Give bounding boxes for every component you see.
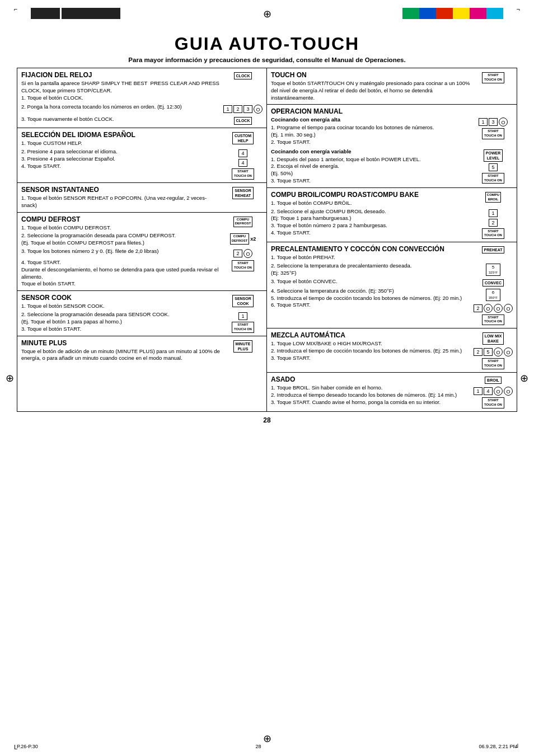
color-yellow — [453, 8, 470, 19]
compu-defrost-button-1: COMPUDEFROST — [233, 217, 253, 228]
low-mix-bake-button: LOW MIXBAKE — [483, 332, 504, 345]
energia-variable-icons: POWERLEVEL 5 STARTTOUCH ON — [474, 148, 513, 185]
round-o-manual: O — [499, 118, 508, 126]
round-o-asado1: O — [494, 387, 503, 396]
start-btn-variable: STARTTOUCH ON — [482, 173, 504, 184]
section-precalentamiento: PRECALENTAMIENTO Y COCCÓN CON CONVECCIÓN… — [267, 242, 517, 328]
num-1-asado: 1 — [474, 387, 483, 395]
fijacion-step2: 2. Ponga la hora correcta tocando los nú… — [21, 104, 263, 114]
fijacion-step2-text: 2. Ponga la hora correcta tocando los nú… — [21, 104, 221, 111]
footer: P.26-P.30 28 06.9.28, 2:21 PM — [17, 744, 517, 749]
x2-label: x2 — [250, 236, 256, 242]
seleccion-icons-2: 4 4 STARTTOUCH ON — [223, 148, 263, 180]
minute-plus-text: Toque el botón de adición de un minuto (… — [21, 348, 221, 363]
reg-mark-right: ⊕ — [520, 372, 528, 384]
compu-broil-heading: COMPU BROIL/COMPU ROAST/COMPU BAKE — [271, 191, 471, 199]
precalentamiento-icons-3: CONVEC — [474, 278, 513, 287]
color-blue — [419, 8, 436, 19]
section-mezcla: MEZCLA AUTOMÁTICA 1. Toque LOW MIX/BAKE … — [267, 328, 517, 373]
round-o-convec1: O — [484, 304, 493, 313]
start-btn-asado: STARTTOUCH ON — [482, 397, 504, 408]
sensor-instantaneo-text: 1. Toque el botón SENSOR REHEAT o POPCOR… — [21, 195, 221, 209]
compu-defrost-text3: 3. Toque los botones número 2 y 0. (Ej. … — [21, 248, 221, 255]
fijacion-icons: CLOCK — [223, 71, 263, 101]
start-touch-on-button: STARTTOUCH ON — [482, 72, 504, 83]
footer-left: P.26-P.30 — [17, 744, 38, 749]
num-4b: 4 — [238, 159, 247, 167]
compu-defrost-text2: 2. Seleccione la programación deseada pa… — [21, 232, 221, 247]
num-3: 3 — [243, 105, 252, 113]
compu-defrost-step4: 4. Toque START. Durante el descongelamie… — [21, 259, 263, 288]
reg-mark-bottom: ⊕ — [263, 732, 271, 745]
compu-defrost-icons-3: 2 O — [223, 248, 263, 258]
precalentamiento-step4: 4. Seleccione la temperatura de cocción.… — [271, 288, 513, 326]
num-1: 1 — [223, 105, 232, 113]
num-2-defrost: 2 — [233, 250, 242, 257]
fijacion-step2-icons: 1 2 3 O — [223, 104, 263, 114]
start-btn-defrost: STARTTOUCH ON — [232, 260, 254, 271]
precalentamiento-heading: PRECALENTAMIENTO Y COCCÓN CON CONVECCIÓN — [271, 245, 471, 253]
compu-defrost-heading: COMPU DEFROST — [21, 215, 221, 223]
minute-plus-icons: MINUTEPLUS — [223, 339, 263, 363]
minute-plus-button: MINUTEPLUS — [233, 340, 253, 353]
preheat-button: PREHEAT — [482, 246, 505, 253]
round-o-mezcla2: O — [504, 348, 513, 356]
color-green — [402, 8, 419, 19]
asado-icons: BROIL 1 4 O O STARTTOUCH ON — [474, 375, 513, 408]
section-minute-plus: MINUTE PLUS Toque el botón de adición de… — [17, 336, 266, 365]
main-content-border: FIJACION DEL RELOJ Si en la pantalla apa… — [17, 68, 517, 412]
left-column: FIJACION DEL RELOJ Si en la pantalla apa… — [17, 68, 267, 411]
compu-broil-icons-2: 1 2 STARTTOUCH ON — [474, 208, 513, 240]
section-operacion-manual: OPERACION MANUAL Cocinando con energía a… — [267, 105, 517, 187]
footer-center: 28 — [256, 744, 261, 749]
operacion-manual-heading: OPERACION MANUAL — [271, 107, 513, 115]
precalentamiento-text3: 3. Toque el botón CONVEC. — [271, 278, 471, 285]
convec-button: CONVEC — [483, 279, 504, 287]
section-compu-defrost: COMPU DEFROST 1. Toque el botón COMPU DE… — [17, 213, 266, 292]
page-number: 28 — [17, 416, 517, 424]
asado-text: 1. Toque BROIL. Sin haber comide en el h… — [271, 384, 471, 406]
start-btn-sensor-cook: STARTTOUCH ON — [232, 322, 254, 333]
precalentamiento-step3: 3. Toque el botón CONVEC. CONVEC — [271, 278, 513, 287]
num-1-sensor-cook: 1 — [238, 312, 247, 320]
page-content: GUIA AUTO-TOUCH Para mayor información y… — [0, 0, 534, 455]
compu-defrost-icons-2: COMPUDEFROST x2 — [223, 232, 263, 247]
energia-alta-icons: 1 3 O STARTTOUCH ON — [474, 116, 513, 145]
corner-mark-tl: ⌐ — [14, 6, 17, 12]
section-touch-on: TOUCH ON Toque el botón START/TOUCH ON y… — [267, 68, 517, 105]
touch-on-icons: STARTTOUCH ON — [474, 71, 513, 101]
power-level-button: POWERLEVEL — [484, 149, 503, 162]
section-seleccion: SELECCIÓN DEL IDIOMA ESPAÑOL 1. Toque CU… — [17, 128, 266, 183]
round-o-convec2: O — [494, 304, 503, 313]
color-cyan — [486, 8, 503, 19]
num-5-variable: 5 — [489, 163, 498, 171]
precalentamiento-step2: 2. Seleccione la temperatura de precalen… — [271, 262, 513, 277]
start-btn-mezcla: STARTTOUCH ON — [482, 358, 504, 369]
footer-right: 06.9.28, 2:21 PM — [479, 744, 517, 749]
mezcla-heading: MEZCLA AUTOMÁTICA — [271, 331, 471, 339]
fijacion-text: Si en la pantalla aparece SHARP SIMPLY T… — [21, 80, 221, 101]
compu-broil-steps: 2. Seleccione el ajuste COMPU BROIL dese… — [271, 208, 513, 240]
precalentamiento-icons-4: 6350°F 2 O O O STARTTOUCH ON — [474, 288, 513, 326]
num-3-manual: 3 — [489, 118, 498, 126]
num-5-preheat: 5325°F — [486, 264, 500, 276]
round-o-asado2: O — [504, 387, 513, 396]
compu-defrost-text4: 4. Toque START. Durante el descongelamie… — [21, 259, 221, 288]
minute-plus-heading: MINUTE PLUS — [21, 339, 221, 347]
seleccion-steps: 2. Presione 4 para seleccionar el idioma… — [21, 148, 263, 180]
broil-button: BROIL — [485, 377, 502, 384]
compu-defrost-step2: 2. Seleccione la programación deseada pa… — [21, 232, 263, 247]
num-1-manual: 1 — [479, 118, 488, 126]
section-compu-broil: COMPU BROIL/COMPU ROAST/COMPU BAKE 1. To… — [267, 188, 517, 242]
custom-help-button: CUSTOMHELP — [232, 132, 254, 144]
num-1-broil: 1 — [489, 209, 498, 217]
compu-broil-button: COMPUBROIL — [485, 192, 501, 203]
black-block-2 — [62, 8, 120, 19]
section-fijacion: FIJACION DEL RELOJ Si en la pantalla apa… — [17, 68, 266, 128]
seleccion-heading: SELECCIÓN DEL IDIOMA ESPAÑOL — [21, 131, 221, 139]
precalentamiento-text2: 2. Seleccione la temperatura de precalen… — [271, 262, 471, 277]
energia-variable-subheading: Cocinando con energía variable — [271, 148, 471, 156]
seleccion-text: 1. Toque CUSTOM HELP. — [21, 140, 221, 147]
compu-broil-text: 1. Toque el botón COMPU BRÓIL. — [271, 200, 471, 207]
compu-defrost-text1: 1. Toque el botón COMPU DEFROST. — [21, 224, 221, 232]
